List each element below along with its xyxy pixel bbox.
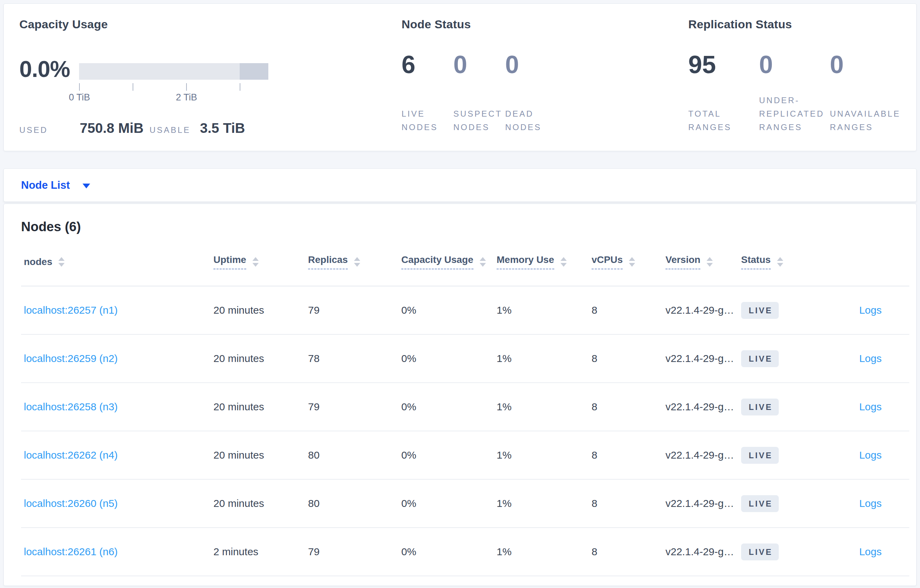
logs-link[interactable]: Logs bbox=[859, 401, 882, 412]
vcpus-cell: 8 bbox=[591, 401, 666, 413]
node-link[interactable]: localhost:26261 (n6) bbox=[24, 546, 118, 557]
uptime-cell: 20 minutes bbox=[214, 304, 308, 316]
capacity-usage-title: Capacity Usage bbox=[19, 18, 402, 32]
live-nodes-value: 6 bbox=[402, 52, 454, 77]
memory-use-cell: 1% bbox=[497, 353, 591, 364]
vcpus-cell: 8 bbox=[591, 498, 666, 509]
replication-status-stats: 95 TOTAL RANGES 0 UNDER-REPLICATED RANGE… bbox=[688, 48, 901, 137]
capacity-usage-cell: 0% bbox=[401, 498, 497, 509]
used-value: 750.8 MiB bbox=[80, 120, 149, 136]
logs-link[interactable]: Logs bbox=[859, 449, 882, 461]
dead-nodes-value: 0 bbox=[505, 52, 557, 77]
sort-icon bbox=[560, 257, 567, 267]
axis-tick bbox=[133, 83, 133, 91]
table-header-row: nodes Uptime Replicas Capacity Usage Mem… bbox=[21, 238, 909, 286]
table-row: localhost:26261 (n6) 2 minutes 79 0% 1% … bbox=[21, 528, 909, 576]
node-link[interactable]: localhost:26257 (n1) bbox=[24, 304, 118, 316]
logs-link[interactable]: Logs bbox=[859, 498, 882, 509]
replicas-cell: 79 bbox=[308, 546, 401, 557]
node-list-dropdown-label: Node List bbox=[21, 179, 70, 192]
capacity-bar-reserved-segment bbox=[240, 63, 268, 80]
replicas-cell: 80 bbox=[308, 449, 401, 461]
memory-use-cell: 1% bbox=[497, 304, 591, 316]
replication-status-title: Replication Status bbox=[688, 18, 901, 32]
sort-icon bbox=[253, 257, 259, 267]
replicas-cell: 78 bbox=[308, 353, 401, 364]
version-cell: v22.1.4-29-g… bbox=[666, 304, 741, 316]
chevron-down-icon bbox=[83, 184, 90, 188]
capacity-bar-available-segment bbox=[79, 63, 240, 80]
replicas-cell: 79 bbox=[308, 304, 401, 316]
version-cell: v22.1.4-29-g… bbox=[666, 498, 741, 509]
sort-icon bbox=[58, 257, 65, 267]
capacity-stats-row: USED 750.8 MiB USABLE 3.5 TiB bbox=[19, 120, 402, 136]
uptime-cell: 2 minutes bbox=[214, 546, 308, 557]
dead-nodes-stat: 0 DEAD NODES bbox=[505, 48, 557, 137]
suspect-nodes-stat: 0 SUSPECT NODES bbox=[454, 48, 505, 137]
logs-link[interactable]: Logs bbox=[859, 304, 882, 316]
version-cell: v22.1.4-29-g… bbox=[666, 353, 741, 364]
table-row: localhost:26260 (n5) 20 minutes 80 0% 1%… bbox=[21, 480, 909, 528]
replicas-cell: 80 bbox=[308, 498, 401, 509]
table-row: localhost:26257 (n1) 20 minutes 79 0% 1%… bbox=[21, 286, 909, 335]
capacity-meter: 0.0% 0 TiB 2 TiB bbox=[19, 48, 402, 100]
usable-value: 3.5 TiB bbox=[200, 120, 245, 136]
nodes-section-title: Nodes (6) bbox=[21, 220, 909, 235]
status-badge: LIVE bbox=[741, 543, 779, 561]
capacity-bar bbox=[79, 63, 268, 80]
axis-tick-label: 2 TiB bbox=[176, 92, 197, 103]
capacity-axis: 0 TiB 2 TiB bbox=[79, 80, 268, 100]
version-cell: v22.1.4-29-g… bbox=[666, 401, 741, 413]
capacity-usage-panel: Capacity Usage 0.0% 0 TiB 2 TiB USED bbox=[19, 18, 402, 137]
table-row: localhost:26259 (n2) 20 minutes 78 0% 1%… bbox=[21, 335, 909, 383]
axis-tick bbox=[240, 83, 240, 91]
table-row: localhost:26258 (n3) 20 minutes 79 0% 1%… bbox=[21, 383, 909, 431]
uptime-cell: 20 minutes bbox=[214, 353, 308, 364]
memory-use-cell: 1% bbox=[497, 401, 591, 413]
node-status-panel: Node Status 6 LIVE NODES 0 SUSPECT NODES… bbox=[402, 18, 688, 137]
column-header-uptime[interactable]: Uptime bbox=[214, 254, 308, 270]
column-header-capacity-usage[interactable]: Capacity Usage bbox=[401, 254, 497, 270]
node-link[interactable]: localhost:26259 (n2) bbox=[24, 353, 118, 364]
column-header-memory-use[interactable]: Memory Use bbox=[497, 254, 591, 270]
logs-link[interactable]: Logs bbox=[859, 353, 882, 364]
column-header-nodes[interactable]: nodes bbox=[21, 256, 214, 267]
status-badge: LIVE bbox=[741, 495, 779, 512]
sort-icon bbox=[354, 257, 360, 267]
unavailable-ranges-stat: 0 UNAVAILABLE RANGES bbox=[830, 48, 901, 137]
suspect-nodes-label: SUSPECT NODES bbox=[454, 107, 502, 137]
node-link[interactable]: localhost:26262 (n4) bbox=[24, 449, 118, 461]
version-cell: v22.1.4-29-g… bbox=[666, 546, 741, 557]
version-cell: v22.1.4-29-g… bbox=[666, 449, 741, 461]
total-ranges-stat: 95 TOTAL RANGES bbox=[688, 48, 759, 137]
view-selector-bar: Node List bbox=[3, 168, 917, 202]
sort-icon bbox=[629, 257, 635, 267]
logs-link[interactable]: Logs bbox=[859, 546, 882, 557]
suspect-nodes-value: 0 bbox=[454, 52, 505, 77]
memory-use-cell: 1% bbox=[497, 546, 591, 557]
live-nodes-stat: 6 LIVE NODES bbox=[402, 48, 454, 137]
memory-use-cell: 1% bbox=[497, 498, 591, 509]
total-ranges-label: TOTAL RANGES bbox=[688, 107, 757, 137]
node-link[interactable]: localhost:26260 (n5) bbox=[24, 498, 118, 509]
under-replicated-ranges-label: UNDER-REPLICATED RANGES bbox=[759, 94, 828, 137]
axis-tick bbox=[79, 83, 80, 91]
column-header-replicas[interactable]: Replicas bbox=[308, 254, 401, 270]
vcpus-cell: 8 bbox=[591, 449, 666, 461]
under-replicated-ranges-value: 0 bbox=[759, 52, 830, 77]
axis-tick bbox=[186, 83, 187, 91]
node-list-dropdown[interactable]: Node List bbox=[21, 179, 90, 192]
nodes-table-card: Nodes (6) nodes Uptime Replicas Capacity… bbox=[3, 204, 917, 586]
cluster-summary-card: Capacity Usage 0.0% 0 TiB 2 TiB USED bbox=[3, 3, 917, 151]
unavailable-ranges-value: 0 bbox=[830, 52, 901, 77]
node-link[interactable]: localhost:26258 (n3) bbox=[24, 401, 118, 412]
live-nodes-label: LIVE NODES bbox=[402, 107, 450, 137]
under-replicated-ranges-stat: 0 UNDER-REPLICATED RANGES bbox=[759, 48, 830, 137]
table-row: localhost:26262 (n4) 20 minutes 80 0% 1%… bbox=[21, 431, 909, 480]
column-header-status[interactable]: Status bbox=[741, 254, 829, 270]
capacity-usage-cell: 0% bbox=[401, 353, 497, 364]
uptime-cell: 20 minutes bbox=[214, 401, 308, 413]
capacity-usage-cell: 0% bbox=[401, 449, 497, 461]
column-header-version[interactable]: Version bbox=[666, 254, 741, 270]
column-header-vcpus[interactable]: vCPUs bbox=[591, 254, 666, 270]
